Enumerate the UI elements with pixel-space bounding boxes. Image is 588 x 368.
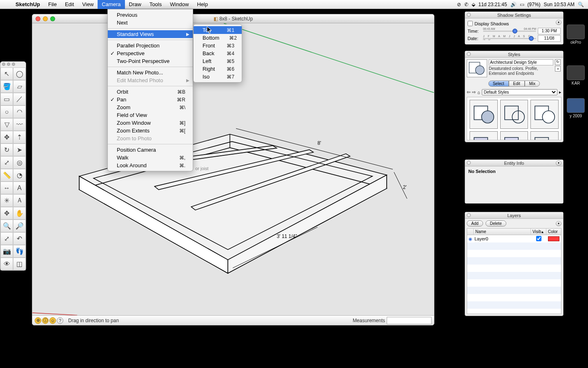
view-bottom[interactable]: Bottom⌘2 [194, 34, 242, 42]
menu-zoom[interactable]: Zoom⌘\ [108, 103, 193, 111]
add-layer-button[interactable]: Add [467, 220, 483, 227]
layer-row[interactable] [467, 265, 561, 272]
tool-scale[interactable]: ⤢ [0, 156, 13, 169]
menu-standard-views[interactable]: Standard Views▶ [108, 30, 193, 38]
desktop-folder-icon[interactable]: y 2009 [566, 98, 586, 118]
tool-rectangle[interactable]: ▭ [0, 93, 13, 105]
tool-text[interactable]: A [13, 182, 26, 194]
window-titlebar[interactable]: ◧ 8x8 - SketchUp [32, 14, 434, 23]
style-create-icon[interactable]: ＋ [555, 66, 561, 72]
menu-window[interactable]: Window [166, 0, 193, 9]
tool-walk[interactable]: 👣 [13, 245, 26, 258]
tool-previous-view[interactable]: ↶ [13, 232, 26, 245]
app-name[interactable]: SketchUp [11, 1, 44, 7]
tool-section[interactable]: ◫ [13, 258, 26, 270]
menu-previous[interactable]: Previous [108, 11, 193, 19]
menu-pan[interactable]: ✓Pan⌘R [108, 96, 193, 103]
time-value[interactable]: 1:30 PM [538, 28, 561, 34]
menu-look-around[interactable]: Look Around⌘. [108, 162, 193, 169]
tool-palette[interactable]: ↖◯🪣▱▭／○◠▽〰✥⇡↻➤⤢◎📏◔↔A✳Ａ✥✋🔍🔎⤢↶📷👣👁◫ [0, 61, 26, 271]
zoom-button[interactable] [50, 16, 55, 21]
layers-menu-icon[interactable]: ▾ [556, 221, 561, 226]
nav-back-icon[interactable]: ⇦ [467, 90, 470, 95]
shadow-expand[interactable]: ▾ [556, 20, 561, 25]
style-thumb-item[interactable] [470, 100, 498, 129]
tool-tape[interactable]: 📏 [0, 169, 13, 182]
menu-walk[interactable]: Walk⌘, [108, 154, 193, 162]
view-right[interactable]: Right⌘6 [194, 65, 242, 73]
tool-zoom-window[interactable]: 🔎 [13, 220, 26, 232]
layer-row[interactable] [467, 242, 561, 250]
style-thumb-item[interactable] [500, 131, 528, 140]
tool-freehand[interactable]: 〰 [13, 118, 26, 131]
style-thumb-item[interactable] [530, 131, 559, 140]
tool-dimension[interactable]: ↔ [0, 182, 13, 194]
geo-icon[interactable]: ⊕ [35, 317, 41, 324]
col-visible[interactable]: Visib▴ [531, 229, 546, 235]
bluetooth-icon[interactable]: ⊘ [457, 2, 461, 7]
tab-edit[interactable]: Edit [509, 81, 525, 87]
current-style-thumb[interactable] [467, 59, 487, 77]
tool-line[interactable]: ／ [13, 93, 26, 105]
help-icon[interactable]: ? [57, 317, 63, 324]
menu-match-new-photo-[interactable]: Match New Photo... [108, 69, 193, 76]
layer-row[interactable] [467, 279, 561, 287]
minimize-button[interactable] [43, 16, 48, 21]
tool-followme[interactable]: ➤ [13, 144, 26, 156]
styles-panel[interactable]: Styles Desaturated colors. Profile, Exte… [465, 51, 564, 142]
spotlight-icon[interactable]: 🔍 [578, 2, 584, 7]
menu-view[interactable]: View [78, 0, 98, 9]
tool-move[interactable]: ✥ [0, 131, 13, 144]
style-collection-select[interactable]: Default Styles [482, 89, 557, 95]
menu-tools[interactable]: Tools [145, 0, 166, 9]
tool-orbit2[interactable]: ✥ [0, 207, 13, 220]
phone-icon[interactable]: ✆ [464, 2, 468, 7]
menu-perspective[interactable]: ✓Perspective [108, 49, 193, 57]
menu-help[interactable]: Help [193, 0, 212, 9]
volume-icon[interactable]: 🔊 [510, 2, 517, 7]
view-left[interactable]: Left⌘5 [194, 57, 242, 65]
tool-look-around[interactable]: 👁 [0, 258, 13, 270]
tab-select[interactable]: Select [488, 81, 509, 87]
credits-icon[interactable]: ⓘ [42, 317, 49, 324]
tool-eraser[interactable]: ▱ [13, 80, 26, 93]
layer-row[interactable]: ◉Layer0 [467, 235, 561, 242]
panel-collapse[interactable] [467, 13, 471, 17]
style-update-icon[interactable]: ↻ [555, 59, 561, 65]
tool-axes[interactable]: ✳ [0, 194, 13, 207]
time-slider[interactable]: 06:43 AM04:46 PM [483, 28, 536, 34]
tool-protractor[interactable]: ◔ [13, 169, 26, 182]
menu-parallel-projection[interactable]: Parallel Projection [108, 42, 193, 49]
tool-select[interactable]: ↖ [0, 67, 13, 80]
tool-zoom[interactable]: 🔍 [0, 220, 13, 232]
layer-row[interactable] [467, 250, 561, 257]
layer-row[interactable] [467, 309, 561, 314]
menu-zoom-window[interactable]: Zoom Window⌘] [108, 119, 193, 127]
desktop-kar-icon[interactable]: KAR [566, 65, 586, 85]
tool-paint[interactable]: 🪣 [0, 80, 13, 93]
layer-row[interactable] [467, 272, 561, 279]
close-button[interactable] [36, 16, 40, 21]
menu-position-camera[interactable]: Position Camera [108, 146, 193, 154]
menu-field-of-view[interactable]: Field of View [108, 111, 193, 119]
view-back[interactable]: Back⌘4 [194, 49, 242, 57]
tool-polygon[interactable]: ▽ [0, 118, 13, 131]
palette-titlebar[interactable] [0, 62, 26, 67]
measurements-input[interactable] [387, 317, 432, 324]
tool-orbit[interactable]: ◯ [13, 67, 26, 80]
menu-zoom-extents[interactable]: Zoom Extents⌘[ [108, 127, 193, 135]
view-iso[interactable]: Iso⌘7 [194, 73, 242, 81]
panel-collapse[interactable] [467, 213, 471, 217]
col-color[interactable]: Color [546, 229, 561, 235]
tool-offset[interactable]: ◎ [13, 156, 26, 169]
layers-panel[interactable]: Layers Add Delete ▾ Name Visib▴ Color ◉L… [465, 212, 564, 316]
clock[interactable]: Sun 10:53 AM [544, 2, 575, 7]
style-thumb-item[interactable] [500, 100, 528, 129]
tool-arc[interactable]: ◠ [13, 105, 26, 118]
view-front[interactable]: Front⌘3 [194, 42, 242, 49]
menu-next[interactable]: Next [108, 19, 193, 27]
battery-icon[interactable]: ▭ [520, 2, 524, 7]
wifi-icon[interactable]: ⬙ [472, 2, 475, 7]
layer-row[interactable] [467, 294, 561, 301]
col-name[interactable]: Name [474, 229, 531, 235]
